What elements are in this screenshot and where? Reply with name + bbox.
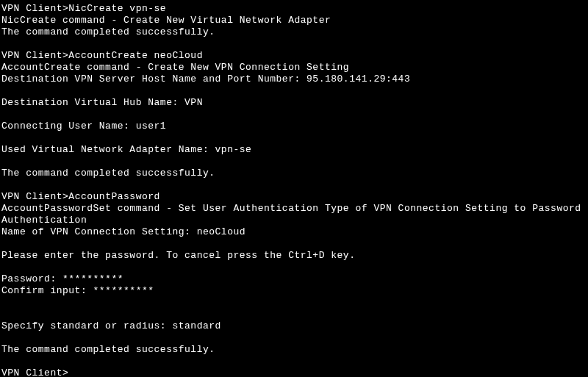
blank-line bbox=[1, 179, 587, 191]
output-text: Connecting User Name: user1 bbox=[1, 121, 166, 132]
output-line: Confirm input: ********** bbox=[1, 285, 587, 297]
output-line: AccountPasswordSet command - Set User Au… bbox=[1, 203, 587, 226]
command-input[interactable]: NicCreate vpn-se bbox=[68, 3, 166, 14]
command-input[interactable]: AccountCreate neoCloud bbox=[68, 50, 203, 61]
output-text: Name of VPN Connection Setting: neoCloud bbox=[1, 226, 245, 237]
output-text: AccountPasswordSet command - Set User Au… bbox=[1, 203, 587, 226]
blank-line bbox=[1, 356, 587, 367]
blank-line bbox=[1, 262, 587, 273]
output-text: Confirm input: ********** bbox=[1, 285, 154, 296]
output-line: Destination Virtual Hub Name: VPN bbox=[1, 97, 587, 109]
blank-line bbox=[1, 109, 587, 121]
command-input[interactable]: AccountPassword bbox=[68, 191, 160, 202]
output-text: Destination Virtual Hub Name: VPN bbox=[1, 97, 203, 108]
output-text: AccountCreate command - Create New VPN C… bbox=[1, 62, 349, 73]
blank-line bbox=[1, 38, 587, 50]
blank-line bbox=[1, 238, 587, 250]
output-text: Destination VPN Server Host Name and Por… bbox=[1, 73, 410, 85]
blank-line bbox=[1, 332, 587, 344]
blank-line bbox=[1, 297, 587, 309]
output-text: Please enter the password. To cancel pre… bbox=[1, 250, 355, 261]
output-text: Used Virtual Network Adapter Name: vpn-s… bbox=[1, 144, 251, 155]
output-text: The command completed successfully. bbox=[1, 344, 215, 355]
output-line: The command completed successfully. bbox=[1, 26, 587, 38]
blank-line bbox=[1, 85, 587, 97]
prompt: VPN Client> bbox=[1, 367, 68, 377]
output-line: Connecting User Name: user1 bbox=[1, 121, 587, 132]
prompt: VPN Client> bbox=[1, 3, 68, 14]
prompt-line[interactable]: VPN Client>AccountCreate neoCloud bbox=[1, 50, 587, 62]
terminal-output[interactable]: VPN Client>NicCreate vpn-seNicCreate com… bbox=[1, 3, 587, 377]
prompt-line[interactable]: VPN Client>NicCreate vpn-se bbox=[1, 3, 587, 15]
output-line: Please enter the password. To cancel pre… bbox=[1, 250, 587, 262]
output-line: The command completed successfully. bbox=[1, 168, 587, 179]
output-line: Password: ********** bbox=[1, 273, 587, 285]
output-line: AccountCreate command - Create New VPN C… bbox=[1, 62, 587, 73]
output-text: The command completed successfully. bbox=[1, 168, 215, 179]
output-line: NicCreate command - Create New Virtual N… bbox=[1, 15, 587, 26]
output-line: Destination VPN Server Host Name and Por… bbox=[1, 73, 587, 85]
output-text: Specify standard or radius: standard bbox=[1, 320, 221, 331]
blank-line bbox=[1, 156, 587, 168]
prompt-line[interactable]: VPN Client> bbox=[1, 367, 587, 377]
output-line: Used Virtual Network Adapter Name: vpn-s… bbox=[1, 144, 587, 156]
output-line: The command completed successfully. bbox=[1, 344, 587, 356]
output-text: NicCreate command - Create New Virtual N… bbox=[1, 15, 331, 26]
prompt: VPN Client> bbox=[1, 191, 68, 202]
output-text: The command completed successfully. bbox=[1, 26, 215, 37]
prompt: VPN Client> bbox=[1, 50, 68, 61]
blank-line bbox=[1, 309, 587, 320]
prompt-line[interactable]: VPN Client>AccountPassword bbox=[1, 191, 587, 203]
output-line: Specify standard or radius: standard bbox=[1, 320, 587, 332]
output-line: Name of VPN Connection Setting: neoCloud bbox=[1, 226, 587, 238]
output-text: Password: ********** bbox=[1, 273, 123, 284]
blank-line bbox=[1, 132, 587, 144]
